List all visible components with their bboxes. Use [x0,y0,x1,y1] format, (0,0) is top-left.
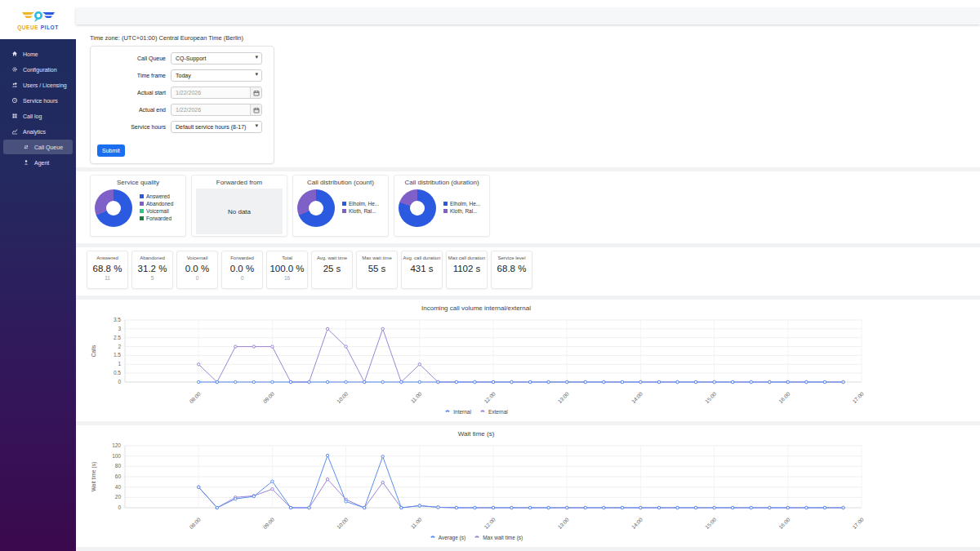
filter-field-call-queue: Call Queue CQ-Support ▾ [91,52,267,64]
sidebar-item-analytics[interactable]: Analytics [3,124,73,139]
select-value: Default service hours (8-17) [176,124,246,130]
sidebar-item-home[interactable]: Home [3,47,73,61]
call-queue-select[interactable]: CQ-Support ▾ [171,52,262,64]
stat-value: 68.8 % [492,264,532,273]
stat-label: Voicemail [177,256,217,260]
donut-card-service-quality: Service quality Answered Abandoned Voice… [90,175,186,237]
svg-text:120: 120 [112,442,121,448]
chart-panel-wait-time-s: Wait time (s)02040608010012008:0009:0010… [76,425,980,544]
donut-card-row: Service quality Answered Abandoned Voice… [76,171,980,240]
stat-sub-value: 16 [267,275,307,281]
legend-label: Voicemail [146,208,169,214]
filter-field-actual-start: Actual start 1/22/2026 [91,87,267,99]
donut-body: Answered Abandoned Voicemail Forwarded [95,189,181,227]
sidebar-item-users-licensing[interactable]: Users / Licensing [3,78,73,92]
legend-item: Kloth, Ral... [443,208,480,214]
actual-end-input[interactable]: 1/22/2026 [171,104,262,116]
chart-legend-label: Internal [453,409,471,415]
donut-chart [399,189,436,227]
submit-button[interactable]: Submit [97,144,125,157]
filter-field-time-frame: Time frame Today ▾ [91,69,267,82]
date-value: 1/22/2026 [176,90,201,96]
svg-text:15:00: 15:00 [704,516,718,530]
svg-text:11:00: 11:00 [409,516,422,529]
stat-value: 31.2 % [132,264,172,273]
select-value: CQ-Support [176,56,206,61]
chart-legend: Internal External [76,408,876,416]
chevron-down-icon: ▾ [255,122,258,129]
svg-text:Calls: Calls [91,344,96,357]
legend-swatch [443,209,448,213]
donut-card-forwarded-from: Forwarded fromNo data [191,175,287,237]
filter-form: Call Queue CQ-Support ▾Time frame Today … [90,46,274,164]
stat-value: 1102 s [447,264,487,273]
field-label: Service hours [91,124,171,130]
service-hours-select[interactable]: Default service hours (8-17) ▾ [171,121,262,133]
legend-item: Kloth, Ral... [342,208,379,214]
stat-value: 431 s [402,264,442,273]
svg-text:0: 0 [118,379,121,384]
sidebar-item-service-hours[interactable]: Service hours [3,93,73,108]
donut-card-call-distribution-count: Call distribution (count) Elholm, He... … [292,175,389,237]
field-label: Actual start [91,90,171,96]
calendar-button[interactable] [250,87,261,98]
sidebar-item-call-log[interactable]: Call log [3,109,73,123]
svg-text:09:00: 09:00 [262,516,276,530]
sidebar-item-label: Service hours [23,98,58,104]
app-root: QUEUE PILOT HomeConfigurationUsers / Lic… [0,0,980,551]
sidebar-item-configuration[interactable]: Configuration [3,62,73,77]
stat-value: 100.0 % [267,264,307,273]
legend-item: Abandoned [140,201,173,207]
stat-sub-value: 0 [222,275,262,281]
svg-text:0.5: 0.5 [114,370,121,375]
chevron-down-icon: ▾ [255,71,258,78]
svg-text:17:00: 17:00 [851,390,865,404]
stat-card-avg-call-duration: Avg. call duration431 s [401,251,443,289]
svg-text:17:00: 17:00 [851,516,865,530]
chart-icon [11,128,18,135]
legend-label: Elholm, He... [349,201,379,207]
legend-item: Answered [140,193,173,199]
chart-sections: Incoming call volume internal/external00… [76,300,980,551]
stat-card-max-call-duration: Max call duration1102 s [446,251,488,289]
donut-card-title: Service quality [95,179,181,186]
donut-card-title: Call distribution (count) [297,179,384,186]
legend-item: Forwarded [140,216,173,221]
stat-card-total: Total100.0 %16 [266,251,308,289]
phone-icon [430,534,436,540]
stat-label: Avg. call duration [402,256,442,260]
phone-icon [474,534,480,540]
users-icon [11,82,18,88]
svg-text:Wait time (s): Wait time (s) [91,462,97,491]
gear-icon [11,66,18,73]
svg-text:2: 2 [118,344,121,349]
svg-text:12:00: 12:00 [483,516,497,530]
time-frame-select[interactable]: Today ▾ [171,69,262,82]
chart-legend-label: Average (s) [439,535,466,540]
donut-card-call-distribution-duration: Call distribution (duration) Elholm, He.… [394,175,490,237]
donut-hole [410,201,425,216]
svg-text:3: 3 [118,326,121,331]
donut-legend: Elholm, He... Kloth, Ral... [443,201,480,216]
sidebar-item-call-queue[interactable]: Call Queue [3,140,73,154]
chart-legend-label: Max wait time (s) [483,535,523,540]
sidebar-item-label: Analytics [23,129,46,135]
section-separator [76,547,980,551]
sidebar-item-agent[interactable]: Agent [3,155,73,170]
agent-icon [23,159,29,166]
swap-icon [23,144,29,150]
donut-body: Elholm, He... Kloth, Ral... [297,189,384,227]
phone-icon [444,408,451,415]
svg-text:1: 1 [118,361,121,367]
stat-sub-value: 0 [177,275,217,281]
svg-text:1.5: 1.5 [114,352,121,358]
svg-text:13:00: 13:00 [556,516,570,530]
stat-value: 68.8 % [87,264,127,273]
top-bar [76,8,980,24]
svg-text:15:00: 15:00 [704,390,718,404]
actual-start-input[interactable]: 1/22/2026 [171,87,262,99]
phone-icon [479,408,486,415]
chart-legend-item: Max wait time (s) [474,534,523,540]
date-value: 1/22/2026 [176,107,201,113]
calendar-button[interactable] [250,104,261,115]
